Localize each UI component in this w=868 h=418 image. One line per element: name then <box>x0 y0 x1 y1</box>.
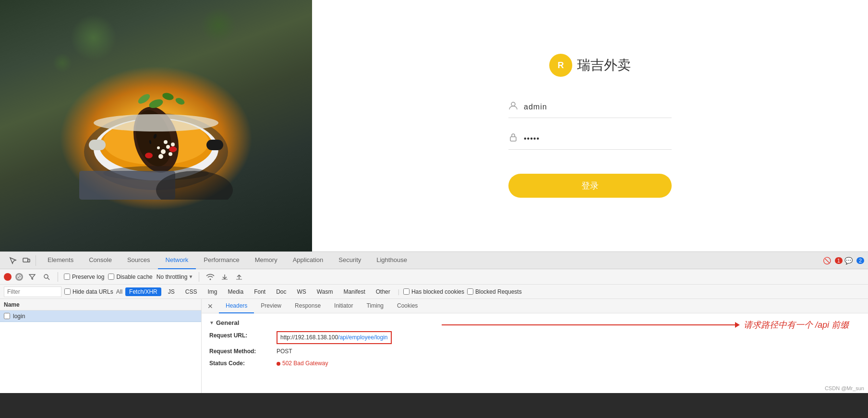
url-path: /api/employee/login <box>338 334 387 341</box>
name-column-header: Name <box>0 299 201 311</box>
detail-close-btn[interactable]: ✕ <box>205 301 215 311</box>
detail-tab-response[interactable]: Response <box>288 299 327 313</box>
js-filter-btn[interactable]: JS <box>164 287 179 296</box>
detail-content-area: General Request URL: http://192.168.138.… <box>202 313 868 393</box>
console-badges: 🚫 1 💬 2 <box>823 257 864 264</box>
tab-sources[interactable]: Sources <box>120 252 158 269</box>
status-code-value: 502 Bad Gateway <box>282 359 328 368</box>
wasm-filter-btn[interactable]: Wasm <box>313 287 337 296</box>
url-highlighted-box: http://192.168.138.100/api/employee/logi… <box>277 331 392 344</box>
detail-tab-timing[interactable]: Timing <box>360 299 390 313</box>
has-blocked-cookies-checkbox[interactable] <box>403 288 410 295</box>
separator-2 <box>199 272 199 282</box>
font-filter-btn[interactable]: Font <box>250 287 269 296</box>
csdn-watermark: CSDN @Mr_sun <box>825 385 864 391</box>
status-badge: 502 Bad Gateway <box>277 359 328 368</box>
clear-button[interactable] <box>15 273 23 281</box>
media-filter-btn[interactable]: Media <box>224 287 247 296</box>
blocked-requests-group: Blocked Requests <box>467 288 522 295</box>
brand-logo: R 瑞吉外卖 <box>549 54 631 77</box>
detail-tab-headers[interactable]: Headers <box>219 299 254 313</box>
img-filter-btn[interactable]: Img <box>204 287 221 296</box>
error-icon: 🚫 <box>823 257 831 264</box>
record-button[interactable] <box>4 273 12 281</box>
disable-cache-group: Disable cache <box>108 274 152 280</box>
detail-tab-initiator[interactable]: Initiator <box>327 299 360 313</box>
throttle-arrow-icon: ▼ <box>188 274 193 279</box>
tab-console[interactable]: Console <box>81 252 120 269</box>
doc-filter-btn[interactable]: Doc <box>272 287 290 296</box>
device-toggle-icon[interactable] <box>21 255 32 266</box>
url-prefix: http://192.168.138.100 <box>280 334 338 341</box>
filter-icon[interactable] <box>27 272 37 282</box>
all-filter-btn[interactable]: All <box>116 288 122 295</box>
css-filter-btn[interactable]: CSS <box>181 287 201 296</box>
import-har-icon[interactable] <box>219 272 230 282</box>
tab-network[interactable]: Network <box>158 252 196 269</box>
preserve-log-group: Preserve log <box>64 274 104 280</box>
throttle-dropdown[interactable]: No throttling ▼ <box>157 274 193 280</box>
wifi-conditions-icon[interactable] <box>205 272 216 282</box>
svg-point-36 <box>44 275 48 278</box>
tab-performance[interactable]: Performance <box>196 252 247 269</box>
has-blocked-cookies-label: Has blocked cookies <box>411 288 464 295</box>
devtools-tab-bar: Elements Console Sources Network Perform… <box>0 252 868 269</box>
hide-data-urls-label: Hide data URLs <box>72 288 113 295</box>
request-checkbox[interactable] <box>4 313 10 319</box>
annotation-text: 请求路径中有一个 /api 前缀 <box>744 319 849 331</box>
password-input[interactable] <box>524 134 672 143</box>
filter-bar: Hide data URLs All Fetch/XHR JS CSS Img … <box>0 285 868 299</box>
svg-point-13 <box>171 143 175 146</box>
separator-1 <box>58 272 58 282</box>
brand-icon: R <box>549 54 572 77</box>
browser-viewport: R 瑞吉外卖 <box>0 0 868 251</box>
search-network-icon[interactable] <box>41 272 52 282</box>
preserve-log-label: Preserve log <box>72 274 104 280</box>
login-button[interactable]: 登录 <box>508 174 672 198</box>
hide-data-urls-group: Hide data URLs <box>64 288 113 295</box>
svg-point-14 <box>145 153 153 158</box>
username-input[interactable] <box>524 103 672 111</box>
devtools-tabs: Elements Console Sources Network Perform… <box>40 252 415 269</box>
svg-point-38 <box>210 278 211 280</box>
user-icon <box>508 101 518 113</box>
svg-point-23 <box>137 92 152 106</box>
export-har-icon[interactable] <box>234 272 244 282</box>
table-row[interactable]: login <box>0 311 201 322</box>
tab-security[interactable]: Security <box>331 252 369 269</box>
blocked-requests-label: Blocked Requests <box>475 288 522 295</box>
preserve-log-checkbox[interactable] <box>64 274 70 280</box>
svg-point-30 <box>511 102 515 106</box>
annotation-arrow <box>442 322 740 328</box>
other-filter-btn[interactable]: Other <box>372 287 394 296</box>
tab-application[interactable]: Application <box>285 252 331 269</box>
fetch-xhr-filter-btn[interactable]: Fetch/XHR <box>125 287 161 296</box>
bowl-illustration <box>79 65 233 200</box>
status-code-label: Status Code: <box>209 359 277 368</box>
svg-point-24 <box>174 96 185 106</box>
status-dot-icon <box>277 362 280 366</box>
inspect-element-icon[interactable] <box>8 255 18 266</box>
brand-name: 瑞吉外卖 <box>577 56 631 74</box>
disable-cache-label: Disable cache <box>116 274 152 280</box>
detail-tab-preview[interactable]: Preview <box>254 299 288 313</box>
tab-lighthouse[interactable]: Lighthouse <box>369 252 415 269</box>
tab-elements[interactable]: Elements <box>40 252 81 269</box>
filter-input[interactable] <box>4 287 61 297</box>
svg-point-10 <box>164 140 168 144</box>
login-form: 登录 <box>508 101 672 198</box>
food-image-panel <box>0 0 312 251</box>
throttle-label: No throttling <box>157 274 188 280</box>
network-controls-bar: Preserve log Disable cache No throttling… <box>0 269 868 285</box>
manifest-filter-btn[interactable]: Manifest <box>339 287 369 296</box>
blocked-requests-checkbox[interactable] <box>467 288 473 295</box>
hide-data-urls-checkbox[interactable] <box>64 288 71 295</box>
request-list: Name login <box>0 299 202 393</box>
tab-memory[interactable]: Memory <box>247 252 285 269</box>
svg-rect-19 <box>89 140 106 150</box>
info-icon: 💬 <box>844 257 853 264</box>
disable-cache-checkbox[interactable] <box>108 274 114 280</box>
detail-tab-cookies[interactable]: Cookies <box>390 299 424 313</box>
svg-rect-33 <box>28 259 30 262</box>
ws-filter-btn[interactable]: WS <box>293 287 310 296</box>
